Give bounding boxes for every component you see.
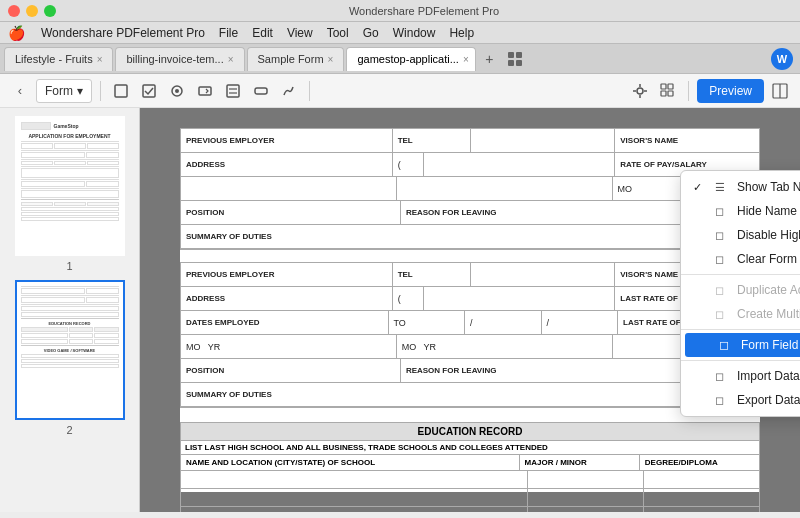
svg-rect-8 (199, 87, 211, 95)
svg-rect-2 (508, 60, 514, 66)
tab-sample-form[interactable]: Sample Form × (247, 47, 345, 71)
signature-tool-button[interactable] (277, 79, 301, 103)
prev-employer-label-2: PREVIOUS EMPLOYER (181, 263, 393, 286)
svg-rect-4 (115, 85, 127, 97)
form-dropdown[interactable]: Form ▾ (36, 79, 92, 103)
main-area: GameStop APPLICATION FOR EMPLOYMENT (0, 108, 800, 512)
import-icon: ◻ (715, 370, 729, 383)
close-button[interactable] (8, 5, 20, 17)
menu-edit[interactable]: Edit (246, 25, 279, 41)
sidebar: GameStop APPLICATION FOR EMPLOYMENT (0, 108, 140, 512)
duties-row-1: SUMMARY OF DUTIES (181, 225, 759, 249)
menu-clear-form[interactable]: ◻ Clear Form (681, 247, 800, 271)
form-chevron-icon: ▾ (77, 84, 83, 98)
menu-create-copies[interactable]: ◻ Create Multiple Copies (681, 302, 800, 326)
back-button[interactable]: ‹ (8, 79, 32, 103)
address-row-2: ADDRESS ( LAST RATE OF PAY/SALARY (181, 287, 759, 311)
menu-view[interactable]: View (281, 25, 319, 41)
menu-help[interactable]: Help (443, 25, 480, 41)
mo-yr-row: MO YR MO YR (181, 335, 759, 359)
thumb-img-2: EDUCATION RECORD (15, 280, 125, 420)
education-title: EDUCATION RECORD (180, 422, 760, 441)
addr-mid (397, 177, 613, 200)
menu-form-field-recognition[interactable]: ◻ Form Field Recognition (685, 333, 800, 357)
edu-school-1 (181, 471, 528, 488)
tab-lifestyle[interactable]: Lifestyle - Fruits × (4, 47, 113, 71)
address-label-1: ADDRESS (181, 153, 393, 176)
button-tool-button[interactable] (249, 79, 273, 103)
menu-file[interactable]: File (213, 25, 244, 41)
svg-point-13 (637, 88, 643, 94)
dates-mid: / (542, 311, 619, 334)
edu-major-2 (528, 489, 644, 506)
edu-row-3 (180, 507, 760, 512)
menu-divider-1 (681, 274, 800, 275)
supervisor-label: VISOR'S NAME (615, 129, 759, 152)
tab-close-lifestyle[interactable]: × (97, 54, 103, 65)
show-tab-numbers-icon: ☰ (715, 181, 729, 194)
add-tab-button[interactable]: + (478, 48, 500, 70)
checkbox-tool-button[interactable] (137, 79, 161, 103)
export-icon: ◻ (715, 394, 729, 407)
content-area: PREVIOUS EMPLOYER TEL VISOR'S NAME ADDRE… (140, 108, 800, 512)
tel-label-2: TEL (393, 263, 471, 286)
tel-label: TEL (393, 129, 471, 152)
user-avatar[interactable]: W (768, 45, 796, 73)
radio-tool-button[interactable] (165, 79, 189, 103)
tab-close-sample[interactable]: × (328, 54, 334, 65)
prev-employer-label: PREVIOUS EMPLOYER (181, 129, 393, 152)
app-title: Wondershare PDFelement Pro (56, 5, 792, 17)
menu-duplicate-pages[interactable]: ◻ Duplicate Across Pages (681, 278, 800, 302)
svg-rect-9 (227, 85, 239, 97)
dates-label: DATES EMPLOYED (181, 311, 389, 334)
preview-button[interactable]: Preview (697, 79, 764, 103)
svg-rect-21 (668, 91, 673, 96)
menu-show-tab-numbers[interactable]: ✓ ☰ Show Tab Numbers (681, 175, 800, 199)
toolbar: ‹ Form ▾ Preview (0, 74, 800, 108)
menu-wondershare[interactable]: Wondershare PDFelement Pro (35, 25, 211, 41)
degree-col-header: DEGREE/DIPLOMA (640, 455, 759, 470)
position-row-2: POSITION REASON FOR LEAVING (181, 359, 759, 383)
address-row-1b: MO (181, 177, 759, 201)
combobox-tool-button[interactable] (193, 79, 217, 103)
edu-major-3 (528, 507, 644, 512)
edu-row-1 (180, 471, 760, 489)
address-row-1: ADDRESS ( RATE OF PAY/SALARY (181, 153, 759, 177)
nav-buttons: ‹ (8, 79, 32, 103)
page-thumbnail-1[interactable]: GameStop APPLICATION FOR EMPLOYMENT (4, 116, 135, 272)
listbox-tool-button[interactable] (221, 79, 245, 103)
menu-hide-name[interactable]: ◻ Hide Name (681, 199, 800, 223)
edu-school-3 (181, 507, 528, 512)
menu-go[interactable]: Go (357, 25, 385, 41)
minimize-button[interactable] (26, 5, 38, 17)
tab-gamestop[interactable]: gamestop-applicati... × (346, 47, 476, 71)
page-thumbnail-2[interactable]: EDUCATION RECORD (4, 280, 135, 436)
svg-point-7 (175, 89, 179, 93)
select-tool-button[interactable] (109, 79, 133, 103)
menu-import-data[interactable]: ◻ Import Data (681, 364, 800, 388)
spacer-1 (180, 250, 760, 262)
employer-row-2: PREVIOUS EMPLOYER TEL VISOR'S NAME (181, 263, 759, 287)
menu-export-data[interactable]: ◻ Export Data (681, 388, 800, 412)
education-subtitle: LIST LAST HIGH SCHOOL AND ALL BUSINESS, … (180, 441, 760, 455)
toolbar-separator-3 (688, 81, 689, 101)
form-view-toggle[interactable] (768, 79, 792, 103)
maximize-button[interactable] (44, 5, 56, 17)
menu-disable-highlight[interactable]: ◻ Disable Highlight (681, 223, 800, 247)
tab-close-billing[interactable]: × (228, 54, 234, 65)
menu-tool[interactable]: Tool (321, 25, 355, 41)
svg-rect-3 (516, 60, 522, 66)
svg-rect-0 (508, 52, 514, 58)
apple-icon: 🍎 (8, 25, 25, 41)
tel-value (471, 129, 616, 152)
svg-rect-1 (516, 52, 522, 58)
tab-billing[interactable]: billing-invoice-tem... × (115, 47, 244, 71)
form-grid-button[interactable] (656, 79, 680, 103)
tab-close-gamestop[interactable]: × (463, 54, 469, 65)
menu-window[interactable]: Window (387, 25, 442, 41)
position-label-2: POSITION (181, 359, 401, 382)
tab-grid-button[interactable] (504, 48, 526, 70)
address-tel-value (424, 153, 616, 176)
dates-to: TO (389, 311, 466, 334)
form-settings-button[interactable] (628, 79, 652, 103)
